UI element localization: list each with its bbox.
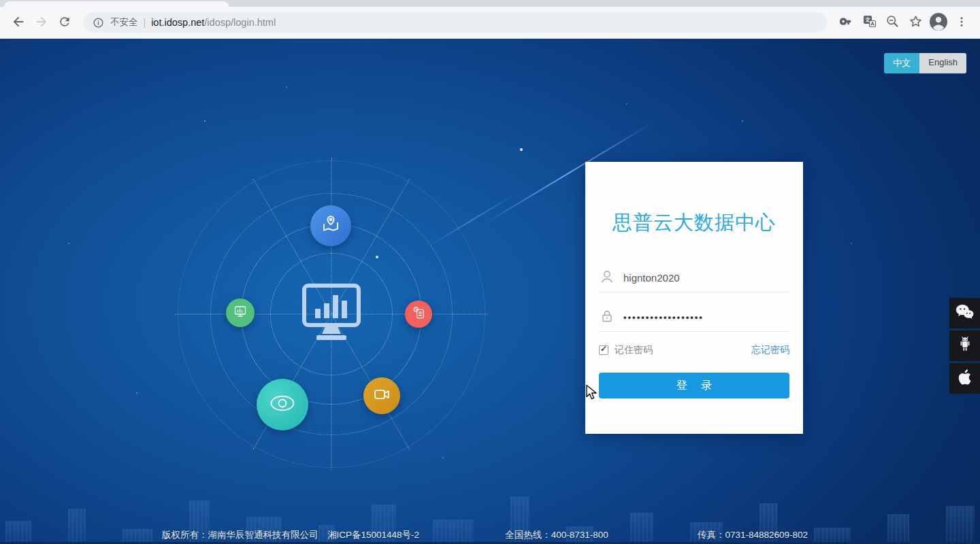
remember-password: 记住密码 xyxy=(599,344,653,356)
password-row xyxy=(599,303,789,332)
eye-icon xyxy=(267,388,297,421)
building xyxy=(433,520,474,544)
translate-icon xyxy=(862,14,877,31)
android-tile[interactable] xyxy=(949,330,980,361)
wechat-tile[interactable] xyxy=(949,298,980,328)
login-card: 思普云大数据中心 记住密码 忘记密码 登 录 xyxy=(585,162,803,434)
forward-button[interactable] xyxy=(30,11,53,34)
lang-english-button[interactable]: English xyxy=(919,53,966,73)
lock-icon xyxy=(599,308,615,327)
options-row: 记住密码 忘记密码 xyxy=(599,343,789,358)
browser-menu-button[interactable] xyxy=(950,11,973,34)
report-clock-icon xyxy=(411,305,427,324)
zoom-button[interactable] xyxy=(881,11,904,34)
monitor-mini-icon xyxy=(232,303,248,322)
refresh-icon xyxy=(58,15,71,31)
url-text: iot.idosp.net/idosp/login.html xyxy=(151,17,276,28)
login-button[interactable]: 登 录 xyxy=(599,373,789,398)
remember-label: 记住密码 xyxy=(615,344,653,356)
tab-strip xyxy=(0,0,980,7)
building xyxy=(887,514,909,544)
profile-button[interactable] xyxy=(927,11,950,34)
translate-button[interactable] xyxy=(858,11,881,34)
browser-toolbar: 不安全 | iot.idosp.net/idosp/login.html xyxy=(0,7,980,39)
username-row xyxy=(599,264,789,292)
fax-text: 传真：0731-84882609-802 xyxy=(698,529,808,541)
background-stars xyxy=(0,39,1,40)
apple-tile[interactable] xyxy=(949,363,980,394)
forgot-password-link[interactable]: 忘记密码 xyxy=(751,344,789,356)
zoom-out-icon xyxy=(885,14,900,31)
forward-icon xyxy=(34,14,49,31)
url-separator: | xyxy=(144,17,146,28)
apple-icon xyxy=(958,369,972,388)
bookmark-button[interactable] xyxy=(904,11,927,34)
video-camera-icon xyxy=(372,385,391,407)
back-button[interactable] xyxy=(7,11,30,34)
building xyxy=(68,509,86,544)
building xyxy=(5,521,31,544)
menu-dots-icon xyxy=(956,16,968,30)
dashboard-monitor-icon xyxy=(299,283,364,345)
browser-window: 不安全 | iot.idosp.net/idosp/login.html xyxy=(0,0,980,544)
hotline-text: 全国热线：400-8731-800 xyxy=(505,529,608,541)
password-input[interactable] xyxy=(623,312,789,322)
address-bar[interactable]: 不安全 | iot.idosp.net/idosp/login.html xyxy=(83,12,828,33)
building xyxy=(946,506,975,544)
language-toggle: 中文 English xyxy=(884,53,966,73)
key-icon xyxy=(839,14,853,31)
lang-chinese-button[interactable]: 中文 xyxy=(884,53,919,73)
video-node xyxy=(363,377,400,414)
bookmark-star-icon xyxy=(909,14,923,31)
security-label: 不安全 xyxy=(110,16,138,29)
city-skyline xyxy=(0,491,980,544)
refresh-button[interactable] xyxy=(53,11,76,34)
login-page: 中文 English xyxy=(0,39,980,544)
info-icon[interactable] xyxy=(93,17,104,29)
url-host: iot.idosp.net xyxy=(151,17,204,28)
wechat-icon xyxy=(956,304,974,322)
active-tab[interactable] xyxy=(4,1,229,7)
report-node xyxy=(405,301,432,328)
copyright-text: 版权所有：湖南华辰智通科技有限公司 湘ICP备15001448号-2 xyxy=(162,529,419,541)
map-pin-node xyxy=(310,205,351,246)
back-icon xyxy=(11,14,26,31)
url-path: /idosp/login.html xyxy=(204,17,276,28)
saved-passwords-button[interactable] xyxy=(834,11,858,34)
remember-checkbox[interactable] xyxy=(599,345,608,355)
android-icon xyxy=(958,336,973,356)
monitor-node xyxy=(226,299,255,327)
building xyxy=(630,513,653,544)
username-input[interactable] xyxy=(623,272,789,284)
user-icon xyxy=(599,269,615,288)
map-pin-icon xyxy=(320,214,342,238)
page-title: 思普云大数据中心 xyxy=(585,209,803,237)
app-download-bar xyxy=(949,298,980,394)
monitoring-node xyxy=(257,379,308,430)
profile-icon xyxy=(929,12,948,33)
